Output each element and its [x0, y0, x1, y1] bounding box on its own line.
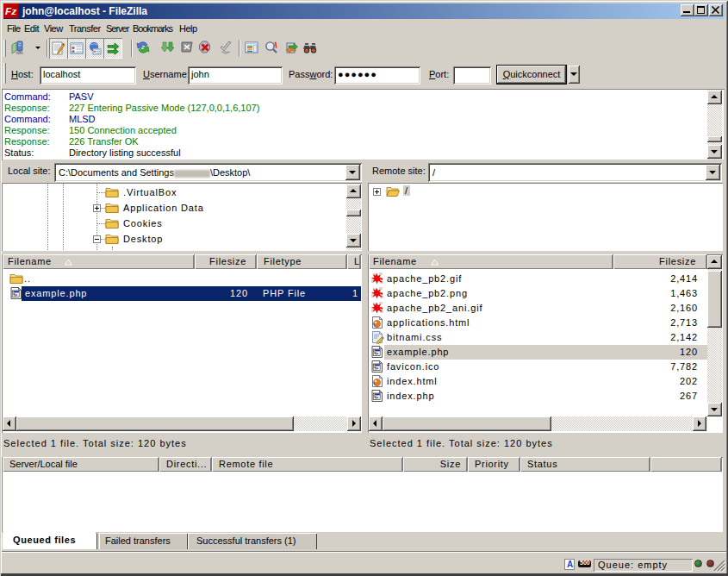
svg-text:Fz: Fz — [5, 5, 16, 16]
